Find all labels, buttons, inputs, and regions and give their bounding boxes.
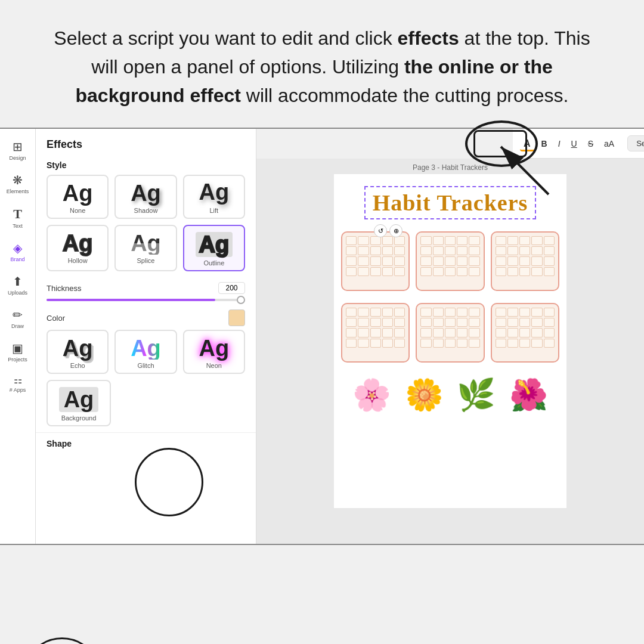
cell [420, 246, 431, 255]
style-label-none: None [70, 207, 85, 214]
sidebar-item-text[interactable]: T Text [1, 202, 35, 234]
cell [346, 318, 357, 327]
sidebar-label-elements: Elements [7, 188, 29, 194]
top-toolbar: A B I U S aA Sergio Trendy − + ≡ [513, 129, 644, 159]
sidebar-label-uploads: Uploads [8, 290, 27, 296]
style-preview-lift: Ag [199, 181, 230, 203]
flower-4: 🌺 [509, 377, 548, 413]
sidebar-label-draw: Draw [11, 323, 24, 329]
underline-button[interactable]: U [568, 137, 581, 151]
sidebar-item-elements[interactable]: ❋ Elements [1, 168, 35, 199]
sidebar-label-text: Text [13, 223, 23, 229]
cell [496, 267, 506, 276]
habit-title[interactable]: Habit Trackers [364, 186, 537, 219]
canvas-area: Page 3 - Habit Trackers Habit Trackers ↺… [256, 159, 644, 544]
style-card-hollow[interactable]: Ag Hollow [47, 225, 109, 271]
cell [433, 318, 444, 327]
habit-card-1: ↺ ⊕ [341, 231, 410, 291]
elements-icon: ❋ [13, 173, 23, 187]
cell [496, 308, 506, 317]
flowers-area: 🌸 🌼 🌿 🌺 [334, 369, 566, 422]
sidebar-item-design[interactable]: ⊞ Design [1, 135, 35, 166]
cell [507, 339, 518, 348]
effects-panel: Effects Style Ag None Ag Shadow Ag Lift [36, 129, 256, 544]
cell [382, 328, 393, 337]
style-card-shadow[interactable]: Ag Shadow [114, 175, 177, 219]
style-card-glitch[interactable]: Ag Glitch [114, 330, 177, 374]
cell [433, 308, 444, 317]
cell [382, 308, 393, 317]
cell [433, 236, 444, 245]
cell [469, 246, 479, 255]
style-label-neon: Neon [206, 362, 222, 369]
cell [370, 246, 381, 255]
sidebar-item-brand[interactable]: ◈ Brand [1, 236, 35, 267]
style-card-splice[interactable]: Ag Splice [114, 225, 177, 271]
instruction-part1: Select a script you want to edit and cli… [54, 27, 397, 49]
cell [469, 339, 479, 348]
cell [544, 246, 555, 255]
font-color-button[interactable]: A [520, 136, 534, 151]
page-label: Page 3 - Habit Trackers [256, 159, 644, 174]
case-button[interactable]: aA [600, 137, 618, 151]
cell [469, 308, 479, 317]
add-icon[interactable]: ⊕ [389, 224, 402, 237]
ui-area: ⊞ Design ❋ Elements T Text ◈ Brand ⬆ Upl… [0, 128, 644, 545]
cell [457, 318, 467, 327]
color-swatch[interactable] [228, 309, 245, 326]
cell [394, 256, 405, 265]
cell [370, 328, 381, 337]
cell [445, 267, 456, 276]
cell [346, 339, 357, 348]
cell [358, 339, 369, 348]
thickness-slider-thumb [237, 296, 245, 304]
style-card-echo[interactable]: Ag Echo [47, 330, 109, 374]
sidebar-item-draw[interactable]: ✏ Draw [1, 303, 35, 334]
cell [531, 267, 542, 276]
thickness-label: Thickness [47, 284, 82, 293]
cell [519, 308, 530, 317]
style-preview-hollow: Ag [63, 232, 93, 255]
cell [346, 328, 357, 337]
sidebar-item-uploads[interactable]: ⬆ Uploads [1, 270, 35, 301]
thickness-input[interactable] [218, 282, 245, 294]
habit-card-5 [416, 303, 484, 363]
sidebar-label-design: Design [9, 155, 26, 161]
style-preview-glitch: Ag [131, 337, 161, 360]
cell [370, 236, 381, 245]
style-card-lift[interactable]: Ag Lift [183, 175, 245, 219]
cell [382, 256, 393, 265]
italic-button[interactable]: I [555, 137, 564, 151]
habit-card-3 [491, 231, 559, 291]
instruction-text: Select a script you want to edit and cli… [0, 0, 644, 128]
style-card-none[interactable]: Ag None [47, 175, 109, 219]
style-card-neon[interactable]: Ag Neon [183, 330, 245, 374]
cell [496, 339, 506, 348]
font-select[interactable]: Sergio Trendy [627, 135, 644, 151]
cell [420, 256, 431, 265]
cell [496, 236, 506, 245]
style-card-background[interactable]: Ag Background [47, 380, 111, 426]
uploads-icon: ⬆ [13, 274, 23, 289]
style-preview-background: Ag [59, 387, 99, 412]
cell [420, 339, 431, 348]
cell [469, 318, 479, 327]
refresh-icon[interactable]: ↺ [374, 224, 387, 237]
style-preview-splice: Ag [131, 232, 161, 255]
thickness-slider-track[interactable] [47, 299, 245, 301]
cell [445, 256, 456, 265]
cell [433, 328, 444, 337]
sidebar-item-projects[interactable]: ▣ Projects [1, 336, 35, 367]
cell [519, 246, 530, 255]
cell [496, 318, 506, 327]
cell [445, 246, 456, 255]
style-card-outline[interactable]: Ag Outline [183, 225, 245, 271]
strikethrough-button[interactable]: S [584, 137, 597, 151]
cell [507, 256, 518, 265]
bold-button[interactable]: B [538, 137, 551, 151]
cell [394, 236, 405, 245]
cell [544, 256, 555, 265]
cell [346, 308, 357, 317]
sidebar-item-apps[interactable]: ⚏ # Apps [1, 370, 35, 398]
cell [469, 267, 479, 276]
